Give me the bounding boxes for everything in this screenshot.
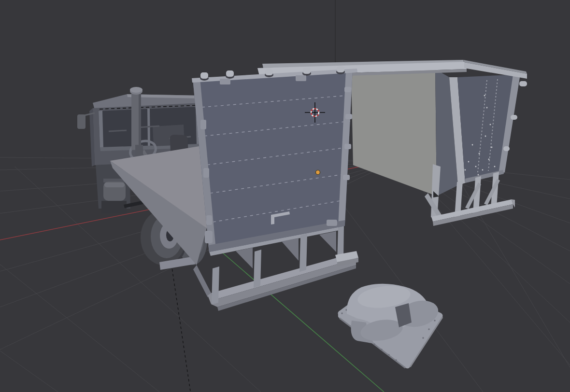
bolt-hole [428, 328, 430, 330]
paint-speckle [490, 124, 491, 126]
paint-speckle [485, 136, 486, 137]
paint-speckle [468, 161, 470, 163]
hinge-block [200, 72, 208, 79]
paint-speckle [479, 153, 480, 154]
paint-speckle [472, 144, 473, 146]
viewport-canvas[interactable] [0, 0, 570, 392]
paint-speckle [484, 95, 485, 97]
fuel-tank-highlight [104, 182, 125, 187]
hinge-block [337, 66, 344, 72]
paint-speckle [475, 166, 477, 168]
latch-plate [296, 75, 306, 81]
exhaust-stack-shade [139, 92, 141, 149]
latch-plate [220, 79, 230, 84]
paint-speckle [478, 174, 479, 176]
paint-speckle [465, 169, 466, 171]
tailgate-panel[interactable] [192, 66, 357, 252]
frame-post[interactable] [299, 234, 307, 272]
under-cab-shadow [101, 201, 127, 213]
bolt-hole [395, 359, 397, 361]
bolt-hole [341, 312, 343, 314]
edge-latch [344, 144, 351, 149]
hinge-block [303, 68, 311, 74]
hinge-block [265, 69, 273, 75]
edge-latch [343, 175, 350, 180]
edge-latch [200, 120, 206, 129]
paint-speckle [494, 166, 496, 168]
bolt-hole [434, 320, 436, 322]
edge-latch [345, 114, 352, 119]
frame-post[interactable] [212, 266, 219, 305]
edge-latch [206, 215, 212, 225]
corner-latch [205, 231, 213, 243]
bolt-hole [388, 354, 390, 356]
door-hinge-pin [503, 146, 510, 151]
paint-speckle [486, 107, 488, 109]
object-origin-icon[interactable] [316, 170, 320, 175]
bolt-hole [381, 349, 383, 350]
hinge-block [226, 70, 234, 77]
edge-latch [203, 168, 209, 178]
door-hinge-pin [519, 81, 527, 86]
corner-latch [327, 220, 337, 226]
edge-latch [344, 87, 351, 92]
paint-speckle [482, 169, 484, 171]
paint-speckle [491, 147, 493, 148]
blender-3d-viewport[interactable] [0, 0, 570, 392]
stack-cap-top [130, 87, 142, 93]
door-hinge-pin [511, 115, 517, 120]
bolt-hole [422, 337, 424, 339]
frame-post[interactable] [254, 250, 261, 288]
side-mirror[interactable] [77, 114, 86, 129]
paint-speckle [488, 159, 490, 160]
